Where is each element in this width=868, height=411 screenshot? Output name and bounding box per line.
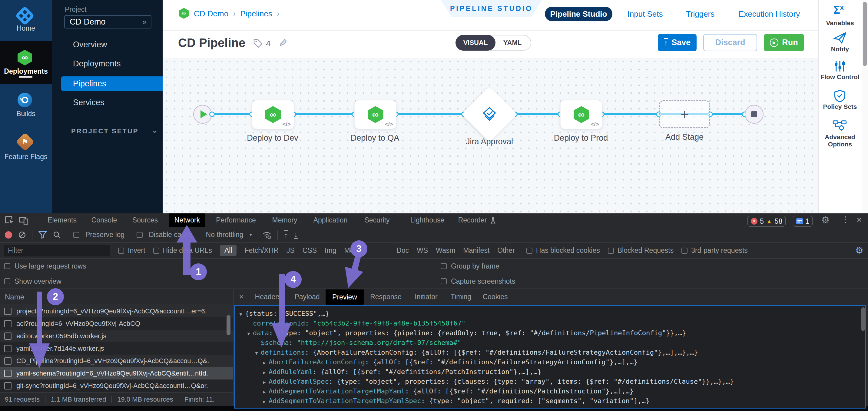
sidebar-item-policy-sets[interactable]: Policy Sets bbox=[818, 103, 862, 110]
rail-item-deployments[interactable]: Deployments bbox=[0, 67, 52, 76]
third-party-requests-checkbox[interactable] bbox=[681, 247, 687, 254]
toggle-visual[interactable]: VISUAL bbox=[456, 35, 495, 51]
devtools-settings-gear-icon[interactable]: ⚙ bbox=[822, 214, 830, 225]
advanced-options-icon[interactable] bbox=[833, 119, 847, 131]
capture-screenshots-option[interactable]: Capture screenshots bbox=[441, 274, 515, 289]
has-blocked-cookies-label[interactable]: Has blocked cookies bbox=[536, 246, 600, 255]
invert-label[interactable]: Invert bbox=[128, 246, 145, 255]
tag-icon[interactable] bbox=[253, 38, 263, 49]
pane-divider[interactable] bbox=[233, 289, 234, 406]
request-row-selected[interactable]: yaml-schema?routingId=6_vVHzo9Qeu9fXvj-A… bbox=[0, 367, 233, 380]
json-line[interactable]: ▼data: {type: "object", properties: {pip… bbox=[235, 328, 865, 338]
code-icon[interactable]: </> bbox=[385, 121, 393, 127]
json-line[interactable]: ▼{status: "SUCCESS",…} bbox=[235, 309, 865, 319]
detail-tab-cookies[interactable]: Cookies bbox=[483, 289, 507, 305]
chevron-double-right-icon[interactable]: » bbox=[142, 17, 147, 27]
request-row[interactable]: acl?routingId=6_vVHzo9Qeu9fXvj-AcbCQ bbox=[0, 317, 233, 330]
group-by-frame-checkbox[interactable] bbox=[441, 263, 447, 269]
devtools-tab-application[interactable]: Application bbox=[313, 213, 348, 227]
disclosure-icon[interactable]: ▶ bbox=[260, 397, 269, 407]
disclosure-icon[interactable]: ▼ bbox=[244, 329, 253, 339]
tab-pipeline-studio[interactable]: Pipeline Studio bbox=[545, 7, 612, 21]
policy-sets-icon[interactable] bbox=[834, 90, 846, 102]
devtools-tab-recorder[interactable]: Recorder bbox=[458, 213, 487, 227]
discard-button[interactable]: Discard bbox=[703, 34, 757, 51]
filter-type-ws[interactable]: WS bbox=[417, 246, 428, 255]
disclosure-icon[interactable]: ▶ bbox=[260, 377, 269, 387]
nav-item-deployments[interactable]: Deployments bbox=[73, 57, 152, 70]
detail-tab-preview[interactable]: Preview bbox=[326, 290, 364, 304]
detail-tab-timing[interactable]: Timing bbox=[451, 289, 471, 305]
devtools-tab-security[interactable]: Security bbox=[364, 213, 390, 227]
errors-warnings-badge[interactable]: ✕ 5 ▲ 58 bbox=[747, 216, 786, 227]
stage-deploy-to-prod[interactable]: ∞ </> bbox=[560, 100, 602, 129]
filter-type-all[interactable]: All bbox=[220, 245, 237, 256]
disclosure-icon[interactable]: ▶ bbox=[260, 368, 269, 377]
json-line[interactable]: ▶AddSegmentToVariationTargetMapYaml: {al… bbox=[235, 386, 865, 396]
sidebar-item-advanced-options[interactable]: Advanced Options bbox=[818, 134, 862, 148]
filter-type-fetch-xhr[interactable]: Fetch/XHR bbox=[244, 246, 278, 255]
devtools-tab-lighthouse[interactable]: Lighthouse bbox=[410, 213, 444, 227]
large-rows-option[interactable]: Use large request rows bbox=[4, 258, 86, 274]
detail-tab-headers[interactable]: Headers bbox=[255, 289, 281, 305]
disclosure-icon[interactable]: ▶ bbox=[260, 358, 269, 368]
list-scrollbar-thumb[interactable] bbox=[226, 315, 230, 335]
stage-label[interactable]: Jira Approval bbox=[466, 137, 513, 146]
tab-triggers[interactable]: Triggers bbox=[686, 7, 714, 21]
issues-badge[interactable]: 1 bbox=[793, 216, 813, 227]
hide-data-urls-label[interactable]: Hide data URLs bbox=[163, 246, 212, 255]
disclosure-icon[interactable]: ▶ bbox=[260, 407, 269, 409]
stage-deploy-to-qa[interactable]: ∞ </> bbox=[354, 100, 397, 129]
export-har-icon[interactable]: ↓ bbox=[294, 230, 298, 239]
visual-yaml-toggle[interactable]: VISUAL YAML bbox=[456, 35, 531, 51]
preserve-log-checkbox[interactable] bbox=[73, 232, 79, 238]
chevron-down-icon[interactable]: ⌄ bbox=[151, 125, 158, 135]
disclosure-icon[interactable]: ▶ bbox=[260, 387, 269, 397]
disclosure-icon[interactable]: ▼ bbox=[252, 348, 261, 358]
detail-tab-response[interactable]: Response bbox=[370, 289, 402, 305]
breadcrumb-project[interactable]: CD Demo bbox=[194, 9, 228, 18]
devtools-tab-memory[interactable]: Memory bbox=[272, 213, 297, 227]
detail-tab-payload[interactable]: Payload bbox=[294, 289, 319, 305]
large-rows-checkbox[interactable] bbox=[4, 263, 10, 269]
request-row[interactable]: yaml.worker.7d144e.worker.js bbox=[0, 342, 233, 355]
request-row[interactable]: git-sync?routingId=6_vVHzo9Qeu9fXvj-AcbC… bbox=[0, 380, 233, 392]
link-dot[interactable] bbox=[209, 112, 215, 117]
nav-item-overview[interactable]: Overview bbox=[73, 37, 152, 52]
code-icon[interactable]: </> bbox=[591, 121, 599, 127]
sidebar-item-flow-control[interactable]: Flow Control bbox=[818, 74, 862, 81]
blocked-requests-label[interactable]: Blocked Requests bbox=[618, 246, 674, 255]
save-button[interactable]: ↑ Save bbox=[658, 34, 696, 51]
json-line[interactable]: ▶AddSegmentToVariationTargetMapYamlSpec:… bbox=[235, 396, 865, 406]
kebab-menu-icon[interactable]: ⋮ bbox=[841, 214, 850, 225]
tab-execution-history[interactable]: Execution History bbox=[739, 7, 800, 21]
detail-tab-initiator[interactable]: Initiator bbox=[414, 289, 437, 305]
json-line[interactable]: $schema: "http://json-schema.org/draft-0… bbox=[235, 338, 865, 348]
request-row[interactable]: projects?routingId=6_vVHzo9Qeu9fXvj-AcbC… bbox=[0, 305, 233, 317]
dropdown-caret-icon[interactable]: ▾ bbox=[250, 232, 252, 238]
clear-icon[interactable] bbox=[18, 231, 26, 239]
code-icon[interactable]: </> bbox=[283, 121, 291, 127]
disable-cache-label[interactable]: Disable cache bbox=[149, 231, 192, 239]
show-overview-option[interactable]: Show overview bbox=[4, 274, 61, 289]
requests-column-header[interactable]: Name bbox=[5, 293, 24, 301]
stage-label[interactable]: Deploy to Prod bbox=[554, 134, 608, 143]
has-blocked-cookies-checkbox[interactable] bbox=[526, 247, 532, 254]
devtools-tab-sources[interactable]: Sources bbox=[132, 213, 158, 227]
filter-type-wasm[interactable]: Wasm bbox=[436, 246, 455, 255]
detail-close-icon[interactable]: × bbox=[239, 289, 244, 305]
devtools-close-icon[interactable]: × bbox=[857, 214, 862, 225]
device-toolbar-icon[interactable] bbox=[19, 216, 28, 225]
group-by-frame-option[interactable]: Group by frame bbox=[441, 258, 499, 274]
filter-type-css[interactable]: CSS bbox=[303, 246, 317, 255]
breadcrumb-pipelines[interactable]: Pipelines bbox=[240, 9, 272, 18]
variables-icon[interactable]: Σx bbox=[834, 4, 844, 17]
filter-type-doc[interactable]: Doc bbox=[397, 246, 409, 255]
sidebar-item-notify[interactable]: Notify bbox=[818, 46, 862, 53]
stage-label[interactable]: Add Stage bbox=[665, 133, 704, 142]
page-scrollbar-thumb[interactable] bbox=[863, 2, 867, 66]
filter-type-js[interactable]: JS bbox=[286, 246, 295, 255]
json-line[interactable]: ▶AddTargetsToVariationTargetMapYaml: {al… bbox=[235, 406, 865, 409]
rail-item-home[interactable]: Home bbox=[0, 24, 52, 32]
flow-control-icon[interactable] bbox=[834, 60, 846, 72]
